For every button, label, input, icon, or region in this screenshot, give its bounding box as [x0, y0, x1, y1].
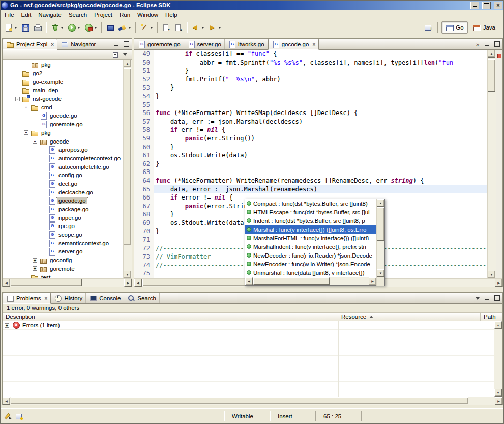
collapse-icon[interactable]: - — [15, 97, 20, 101]
print-button[interactable] — [32, 21, 44, 34]
overview-ruler[interactable] — [496, 50, 502, 278]
scroll-up-button[interactable] — [124, 60, 131, 67]
scroll-down-button[interactable] — [494, 389, 502, 397]
tree-item-package-go[interactable]: package.go — [3, 205, 123, 214]
fast-view-icon[interactable] — [15, 412, 23, 420]
scrollbar-thumb[interactable] — [253, 277, 330, 285]
line-number[interactable]: 68 — [134, 210, 154, 219]
tree-item-autocompletecontext-go[interactable]: autocompletecontext.go — [3, 154, 123, 163]
scrollbar-thumb[interactable] — [11, 279, 82, 286]
completion-item-unmarshal[interactable]: Unmarshal : func(data []uint8, v interfa… — [245, 268, 376, 277]
editor-tab-itworks-go[interactable]: itworks.go — [225, 39, 268, 49]
tree-item-pkg[interactable]: pkg — [3, 61, 123, 69]
window-minimize-button[interactable] — [470, 2, 479, 9]
line-number[interactable]: 65 — [134, 185, 154, 194]
line-number[interactable]: 50 — [134, 59, 154, 67]
java-perspective-button[interactable]: Java — [469, 21, 499, 34]
expand-icon[interactable]: + — [33, 258, 37, 263]
line-number[interactable]: 60 — [134, 143, 154, 152]
line-number[interactable]: 55 — [134, 101, 154, 109]
external-tools-button[interactable] — [82, 21, 99, 34]
collapse-all-icon[interactable] — [112, 50, 120, 59]
view-menu-icon[interactable] — [122, 50, 130, 59]
menu-help[interactable]: Help — [162, 11, 181, 19]
completion-list[interactable]: Compact : func(dst *bytes.Buffer, src []… — [245, 199, 376, 277]
line-number[interactable]: 52 — [134, 75, 154, 84]
line-number[interactable]: 54 — [134, 92, 154, 101]
scroll-left-button[interactable] — [134, 279, 142, 287]
scrollbar-thumb[interactable] — [377, 207, 384, 241]
completion-item-marshalindent[interactable]: MarshalIndent : func(v interface{}, pref… — [245, 242, 376, 251]
search-button[interactable] — [116, 21, 133, 34]
line-number[interactable]: 59 — [134, 134, 154, 143]
column-header-resource[interactable]: Resource — [338, 313, 481, 321]
explorer-tab-project-expl[interactable]: Project Expl — [3, 39, 57, 50]
line-number[interactable]: 63 — [134, 168, 154, 177]
close-icon[interactable] — [45, 295, 48, 301]
line-number[interactable]: 64 — [134, 177, 154, 185]
code-line-59[interactable]: 59 panic(err.String()) — [134, 134, 487, 143]
scroll-down-button[interactable] — [124, 271, 131, 278]
problems-tab-problems[interactable]: Problems — [3, 293, 51, 304]
debug-button[interactable] — [49, 21, 66, 34]
tree-item-autocompletefile-go[interactable]: autocompletefile.go — [3, 162, 123, 171]
save-button[interactable] — [19, 21, 32, 34]
tree-item-go2[interactable]: go2 — [3, 69, 123, 78]
tree-item-server-go[interactable]: server.go — [3, 247, 123, 256]
close-icon[interactable] — [312, 41, 315, 47]
line-number[interactable]: 74 — [134, 261, 154, 270]
project-tree[interactable]: pkggo2go-examplemain_dep-nsf-gocode-cmdg… — [3, 60, 123, 278]
completion-item-newdecoder[interactable]: NewDecoder : func(r io.Reader) *json.Dec… — [245, 251, 376, 260]
forward-button[interactable] — [206, 21, 223, 34]
code-line-55[interactable]: 55 — [134, 101, 487, 109]
code-line-63[interactable]: 63 — [134, 168, 487, 177]
line-number[interactable]: 71 — [134, 236, 154, 244]
problems-row-errors-1-item[interactable]: +Errors (1 item) — [3, 321, 494, 330]
scroll-down-button[interactable] — [377, 269, 384, 277]
code-line-53[interactable]: 53 } — [134, 83, 487, 92]
line-number[interactable]: 73 — [134, 252, 154, 261]
scroll-up-button[interactable] — [488, 50, 495, 58]
code-line-49[interactable]: 49 if classes[i] == "func" { — [134, 50, 487, 59]
problems-vertical-scrollbar[interactable] — [494, 321, 502, 397]
view-minimize-button[interactable] — [112, 40, 121, 48]
explorer-vertical-scrollbar[interactable] — [123, 60, 132, 278]
line-number[interactable]: 72 — [134, 244, 154, 253]
problems-table[interactable]: +Errors (1 item) — [3, 321, 494, 397]
scrollbar-thumb[interactable] — [124, 68, 131, 245]
menu-search[interactable]: Search — [65, 11, 91, 19]
collapse-icon[interactable]: - — [24, 130, 28, 135]
scroll-left-button[interactable] — [245, 277, 253, 285]
code-line-54[interactable]: 54} — [134, 92, 487, 101]
code-line-62[interactable]: 62} — [134, 160, 487, 168]
menu-edit[interactable]: Edit — [18, 11, 35, 19]
problems-horizontal-scrollbar[interactable] — [3, 397, 502, 405]
view-menu-icon[interactable] — [474, 294, 482, 302]
expand-icon[interactable]: + — [5, 323, 9, 328]
previous-annotation-button[interactable] — [172, 21, 185, 34]
popup-vertical-scrollbar[interactable] — [376, 199, 384, 277]
completion-item-indent[interactable]: Indent : func(dst *bytes.Buffer, src []u… — [245, 216, 376, 225]
close-icon[interactable] — [51, 41, 54, 47]
problems-tab-console[interactable]: Console — [86, 293, 124, 303]
view-minimize-button[interactable] — [483, 294, 492, 302]
line-number[interactable]: 75 — [134, 269, 154, 278]
go-perspective-button[interactable]: Go — [441, 21, 467, 34]
view-maximize-button[interactable] — [122, 40, 131, 48]
new-button[interactable] — [3, 21, 19, 34]
menu-navigate[interactable]: Navigate — [35, 11, 65, 19]
scroll-right-button[interactable]: ▶ — [369, 277, 376, 285]
line-number[interactable]: 58 — [134, 126, 154, 134]
scroll-right-button[interactable] — [124, 279, 132, 287]
column-header-description[interactable]: Description — [3, 313, 338, 321]
tree-item-gocode-go[interactable]: gocode.go — [3, 196, 123, 205]
explorer-tab-navigator[interactable]: Navigator — [57, 39, 99, 49]
editor-maximize-button[interactable] — [492, 40, 501, 48]
scroll-up-button[interactable] — [494, 321, 502, 329]
scroll-right-button[interactable] — [495, 279, 502, 287]
tree-item-goremote-go[interactable]: goremote.go — [3, 120, 123, 129]
popup-horizontal-scrollbar[interactable]: ▶ — [245, 277, 384, 285]
line-number[interactable]: 69 — [134, 219, 154, 228]
code-line-56[interactable]: 56func (*NiceFormatter) WriteSMap(declde… — [134, 109, 487, 118]
tree-item-goconfig[interactable]: +goconfig — [3, 256, 123, 265]
